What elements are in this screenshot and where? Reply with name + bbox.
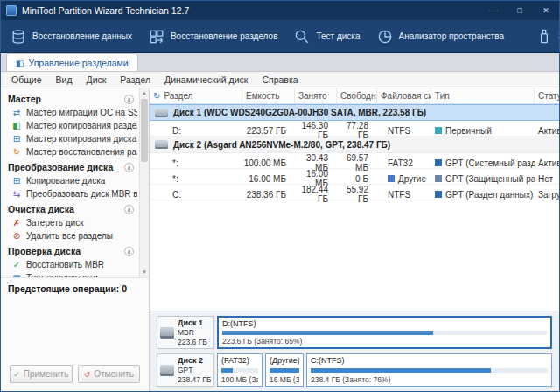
toolbar-space-analyzer[interactable]: Анализатор пространства bbox=[376, 28, 505, 46]
apply-button[interactable]: Применить bbox=[10, 365, 73, 383]
disk-size: 223.6 ГБ bbox=[178, 338, 207, 347]
maximize-button[interactable]: □ bbox=[507, 1, 533, 20]
usage-fill bbox=[222, 331, 433, 335]
disk2-partitions: (FAT32) 100 МБ (Занято: 30%) (Другие) 16… bbox=[217, 354, 552, 387]
menu-partition[interactable]: Раздел bbox=[113, 74, 158, 85]
sidebar-item-copy-disk-wizard[interactable]: Мастер копирования диска bbox=[1, 132, 137, 145]
bootable-media-icon bbox=[536, 28, 553, 46]
menu-general[interactable]: Общие bbox=[4, 74, 49, 85]
collapse-icon[interactable]: ∧ bbox=[124, 163, 134, 172]
sidebar-item-wipe-disk[interactable]: Затереть диск bbox=[1, 216, 137, 229]
sidebar-scrollbar[interactable]: ▲ ▼ bbox=[139, 88, 149, 277]
column-header-partition[interactable]: Раздел bbox=[150, 88, 242, 103]
toolbar-disk-test[interactable]: Тест диска bbox=[293, 28, 360, 46]
usage-bar bbox=[311, 368, 548, 373]
undo-button-label: Отменить bbox=[94, 369, 134, 379]
capacity-cell: 100.00 МБ bbox=[242, 158, 295, 168]
tab-partition-management[interactable]: Управление разделами bbox=[6, 53, 138, 71]
type-label: Первичный bbox=[445, 126, 492, 136]
column-header-status[interactable]: Статус bbox=[535, 88, 559, 103]
close-button[interactable]: ✕ bbox=[533, 1, 559, 20]
toolbar-label: Восстановление разделов bbox=[171, 32, 278, 41]
column-header-filesystem[interactable]: Файловая система bbox=[377, 88, 431, 103]
disk-map-partition-c[interactable]: C:(NTFS) 238.4 ГБ (Занято: 76%) bbox=[306, 354, 552, 387]
usage-bar bbox=[222, 331, 547, 335]
free-cell: 69.57 МБ bbox=[337, 153, 377, 172]
disk1-block[interactable]: Диск 1 MBR 223.6 ГБ bbox=[157, 316, 214, 349]
sidebar-item-label: Затереть диск bbox=[26, 218, 84, 228]
usage-bar bbox=[221, 368, 258, 373]
toolbar-partition-recovery[interactable]: Восстановление разделов bbox=[148, 28, 278, 46]
sidebar-item-os-migration[interactable]: Мастер миграции ОС на SSD/HD bbox=[1, 106, 137, 119]
disk-map-partition-msr[interactable]: (Другие) 16 МБ (Занято: 100%) bbox=[265, 354, 304, 387]
copy-disk-icon bbox=[11, 135, 22, 144]
disk-map-partition-d[interactable]: D:(NTFS) 223.6 ГБ (Занято: 65%) bbox=[217, 316, 552, 349]
table-row-partition-c[interactable]: C: 238.36 ГБ 182.44 ГБ 55.92 ГБ NTFS GPT… bbox=[150, 185, 559, 200]
column-header-type[interactable]: Тип bbox=[431, 88, 535, 103]
minimize-button[interactable]: — bbox=[480, 1, 507, 20]
sidebar-item-rebuild-mbr[interactable]: Восстановить MBR bbox=[1, 258, 137, 271]
collapse-icon[interactable]: ∧ bbox=[124, 205, 134, 214]
toolbar-bootable-media[interactable]: Загрузочный носитель bbox=[536, 28, 560, 46]
column-header-used[interactable]: Занято bbox=[295, 88, 337, 103]
disk1-partitions: D:(NTFS) 223.6 ГБ (Занято: 65%) bbox=[217, 316, 552, 349]
collapse-icon[interactable]: ∧ bbox=[124, 247, 134, 256]
sidebar-item-copy-disk[interactable]: Копирование диска bbox=[1, 174, 137, 187]
type-color-swatch bbox=[435, 127, 442, 134]
sidebar-item-label: Мастер копирования диска bbox=[26, 134, 136, 144]
sidebar-item-copy-partition[interactable]: Мастер копирования раздела bbox=[1, 119, 137, 132]
section-wizard: Мастер ∧ bbox=[1, 90, 137, 106]
scroll-up-icon[interactable]: ▲ bbox=[140, 88, 149, 98]
fs-color-swatch bbox=[388, 175, 395, 182]
used-cell: 182.44 ГБ bbox=[295, 185, 337, 204]
type-label: GPT (Системный раздел EFI) bbox=[445, 158, 535, 168]
copy-disk-icon bbox=[11, 177, 22, 186]
section-title-label: Мастер bbox=[8, 94, 41, 104]
scroll-down-icon[interactable]: ▼ bbox=[140, 268, 149, 277]
column-header-free[interactable]: Свободно bbox=[337, 88, 377, 103]
table-row-partition-efi[interactable]: *: 100.00 МБ 30.43 МБ 69.57 МБ FAT32 GPT… bbox=[150, 153, 559, 169]
space-analyzer-icon bbox=[376, 28, 394, 46]
menu-dynamic-disk[interactable]: Динамический диск bbox=[158, 74, 255, 85]
sidebar-item-surface-test[interactable]: Тест поверхности bbox=[1, 271, 137, 277]
column-header-capacity[interactable]: Емкость bbox=[242, 88, 295, 103]
partition-name: D: bbox=[150, 126, 242, 136]
table-row-disk1[interactable]: Диск 1 (WDC WDS240G2G0A-00JH30 SATA, MBR… bbox=[150, 104, 559, 121]
menu-help[interactable]: Справка bbox=[255, 74, 304, 85]
column-label: Свободно bbox=[340, 91, 377, 101]
table-row-partition-d[interactable]: D: 223.57 ГБ 146.30 ГБ 77.28 ГБ NTFS Пер… bbox=[150, 121, 559, 136]
scrollbar-thumb[interactable] bbox=[141, 99, 148, 162]
disk-map-partition-efi[interactable]: (FAT32) 100 МБ (Занято: 30%) bbox=[217, 354, 262, 387]
partition-label: D:(NTFS) bbox=[222, 319, 547, 328]
status-cell: Активн... bbox=[535, 126, 559, 136]
sidebar-item-delete-all-partitions[interactable]: Удалить все разделы bbox=[1, 229, 137, 242]
section-title-label: Проверка диска bbox=[8, 246, 80, 256]
filesystem-label: Другие bbox=[398, 174, 426, 184]
pending-operations-label: Предстоящие операции: 0 bbox=[1, 277, 149, 299]
refresh-icon[interactable] bbox=[153, 91, 160, 101]
partition-table: Диск 1 (WDC WDS240G2G0A-00JH30 SATA, MBR… bbox=[150, 104, 559, 311]
table-row-disk2[interactable]: Диск 2 (Asgard AN256NVMe-M.2/80, GPT, 23… bbox=[150, 136, 559, 153]
section-title-label: Преобразование диска bbox=[8, 162, 113, 172]
sidebar-item-label: Преобразовать диск MBR в диск GPT bbox=[26, 189, 137, 199]
sidebar-item-label: Удалить все разделы bbox=[26, 231, 113, 241]
undo-button[interactable]: Отменить bbox=[78, 365, 141, 383]
partition-detail: 223.6 ГБ (Занято: 65%) bbox=[222, 337, 547, 346]
sidebar-item-partition-recovery-wizard[interactable]: Мастер восстановления раздела bbox=[1, 145, 137, 158]
wipe-disk-icon bbox=[11, 219, 22, 228]
disk-map-disk1: Диск 1 MBR 223.6 ГБ D:(NTFS) 223.6 ГБ (З… bbox=[157, 316, 552, 349]
partition-detail: 100 МБ (Занято: 30%) bbox=[221, 375, 258, 384]
disk-test-icon bbox=[293, 28, 311, 46]
partition-name: C: bbox=[150, 190, 242, 200]
section-title-label: Очистка диска bbox=[8, 204, 74, 214]
type-label: GPT (Защищенный раздел) bbox=[445, 174, 535, 184]
used-cell: 146.30 ГБ bbox=[295, 121, 337, 140]
toolbar-data-recovery[interactable]: Восстановление данных bbox=[10, 28, 132, 46]
menu-view[interactable]: Вид bbox=[49, 74, 80, 85]
usage-fill bbox=[221, 368, 233, 373]
menu-disk[interactable]: Диск bbox=[80, 74, 114, 85]
sidebar-item-convert-mbr-gpt[interactable]: Преобразовать диск MBR в диск GPT bbox=[1, 187, 137, 200]
collapse-icon[interactable]: ∧ bbox=[124, 94, 134, 104]
app-icon bbox=[6, 5, 17, 16]
disk2-block[interactable]: Диск 2 GPT 238.47 ГБ bbox=[157, 354, 214, 387]
